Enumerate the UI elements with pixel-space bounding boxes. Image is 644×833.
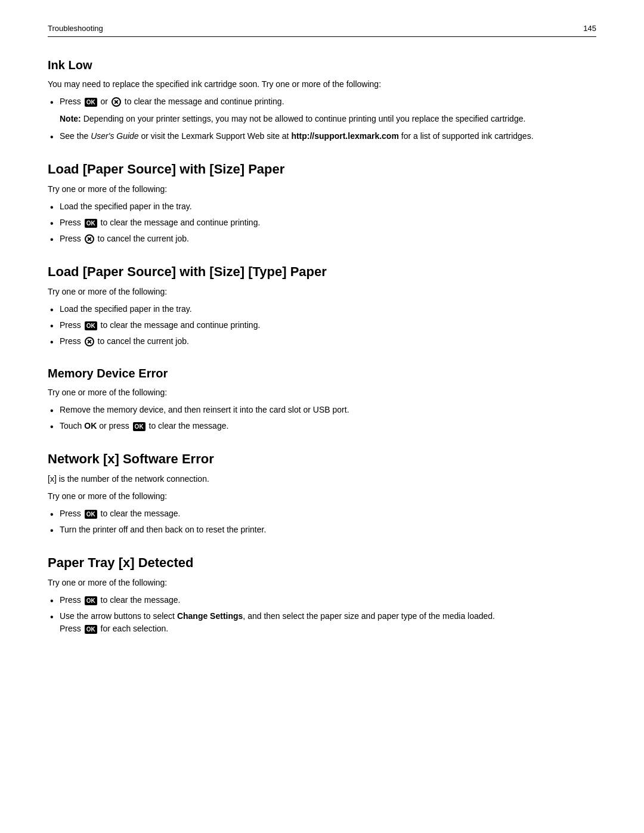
ok-badge: OK [85, 596, 97, 605]
section-title-memory-device-error: Memory Device Error [48, 367, 596, 380]
section-intro-network-software-error: Try one or more of the following: [48, 490, 596, 503]
section-intro-memory-device-error: Try one or more of the following: [48, 386, 596, 399]
section-network-software-error: Network [x] Software Error [x] is the nu… [48, 451, 596, 536]
page: Troubleshooting 145 Ink Low You may need… [0, 0, 644, 833]
bullet-text: Remove the memory device, and then reins… [60, 404, 349, 416]
cancel-icon [112, 97, 121, 107]
ok-badge: OK [85, 625, 97, 634]
section-load-paper-size: Load [Paper Source] with [Size] Paper Tr… [48, 162, 596, 245]
bullet-list-ink-low: Press OK or to clear the message and con… [48, 95, 596, 108]
section-load-paper-size-type: Load [Paper Source] with [Size] [Type] P… [48, 264, 596, 348]
header-title: Troubleshooting [48, 24, 103, 33]
note-block-ink-low: Note: Depending on your printer settings… [60, 113, 596, 125]
bullet-text: Press OK to clear the message and contin… [60, 319, 260, 332]
cancel-icon [85, 234, 94, 244]
list-item: See the User's Guide or visit the Lexmar… [48, 130, 596, 143]
section-intro-ink-low: You may need to replace the specified in… [48, 78, 596, 91]
bullet-text: Press OK to clear the message and contin… [60, 216, 260, 229]
list-item: Press to cancel the current job. [48, 335, 596, 348]
bullet-list-network-software-error: Press OK to clear the message. Turn the … [48, 507, 596, 536]
support-link[interactable]: http://support.lexmark.com [291, 131, 398, 141]
bullet-text: Turn the printer off and then back on to… [60, 524, 266, 536]
bullet-list-load-paper-size-type: Load the specified paper in the tray. Pr… [48, 303, 596, 348]
ok-badge: OK [85, 510, 97, 519]
list-item: Use the arrow buttons to select Change S… [48, 610, 596, 635]
section-title-paper-tray-detected: Paper Tray [x] Detected [48, 555, 596, 571]
list-item: Press OK to clear the message and contin… [48, 319, 596, 332]
bullet-text: Press OK to clear the message. [60, 594, 180, 606]
bullet-text: Touch OK or press OK to clear the messag… [60, 420, 228, 432]
bullet-list-paper-tray-detected: Press OK to clear the message. Use the a… [48, 594, 596, 635]
ok-badge: OK [85, 321, 97, 330]
list-item: Load the specified paper in the tray. [48, 200, 596, 213]
section-intro-load-paper-size-type: Try one or more of the following: [48, 286, 596, 298]
list-item: Touch OK or press OK to clear the messag… [48, 420, 596, 432]
italic-text: User's Guide [91, 131, 138, 141]
bold-ok: OK [84, 421, 97, 431]
page-header: Troubleshooting 145 [48, 24, 596, 37]
bullet-text: See the User's Guide or visit the Lexmar… [60, 130, 534, 143]
note-text: Depending on your printer settings, you … [83, 114, 526, 123]
bullet-list-memory-device-error: Remove the memory device, and then reins… [48, 404, 596, 432]
ok-badge: OK [133, 422, 145, 431]
ok-badge: OK [85, 98, 97, 107]
bullet-list-load-paper-size: Load the specified paper in the tray. Pr… [48, 200, 596, 245]
header-page-number: 145 [583, 24, 596, 33]
bold-change-settings: Change Settings [177, 611, 243, 621]
list-item: Remove the memory device, and then reins… [48, 404, 596, 416]
section-memory-device-error: Memory Device Error Try one or more of t… [48, 367, 596, 432]
note-label: Note: [60, 114, 81, 123]
bullet-text: Press OK to clear the message. [60, 507, 180, 520]
bullet-text: Load the specified paper in the tray. [60, 200, 192, 213]
bullet-text: Load the specified paper in the tray. [60, 303, 192, 315]
list-item: Load the specified paper in the tray. [48, 303, 596, 315]
cancel-icon [85, 337, 94, 346]
section-intro-paper-tray-detected: Try one or more of the following: [48, 577, 596, 589]
list-item: Press OK to clear the message. [48, 594, 596, 606]
section-paper-tray-detected: Paper Tray [x] Detected Try one or more … [48, 555, 596, 635]
bullet-text: Use the arrow buttons to select Change S… [60, 610, 495, 635]
section-intro-load-paper-size: Try one or more of the following: [48, 183, 596, 196]
section-title-network-software-error: Network [x] Software Error [48, 451, 596, 467]
section-title-ink-low: Ink Low [48, 58, 596, 72]
list-item: Press OK to clear the message and contin… [48, 216, 596, 229]
section-title-load-paper-size: Load [Paper Source] with [Size] Paper [48, 162, 596, 177]
bullet-text: Press OK or to clear the message and con… [60, 95, 284, 108]
bullet-text: Press to cancel the current job. [60, 233, 189, 245]
section-title-load-paper-size-type: Load [Paper Source] with [Size] [Type] P… [48, 264, 596, 280]
bullet-text: Press to cancel the current job. [60, 335, 189, 348]
list-item: Press to cancel the current job. [48, 233, 596, 245]
section-ink-low: Ink Low You may need to replace the spec… [48, 58, 596, 143]
section-description-network-software-error: [x] is the number of the network connect… [48, 473, 596, 485]
list-item: Press OK or to clear the message and con… [48, 95, 596, 108]
ok-badge: OK [85, 219, 97, 228]
list-item: Press OK to clear the message. [48, 507, 596, 520]
list-item: Turn the printer off and then back on to… [48, 524, 596, 536]
bullet-list-ink-low-2: See the User's Guide or visit the Lexmar… [48, 130, 596, 143]
